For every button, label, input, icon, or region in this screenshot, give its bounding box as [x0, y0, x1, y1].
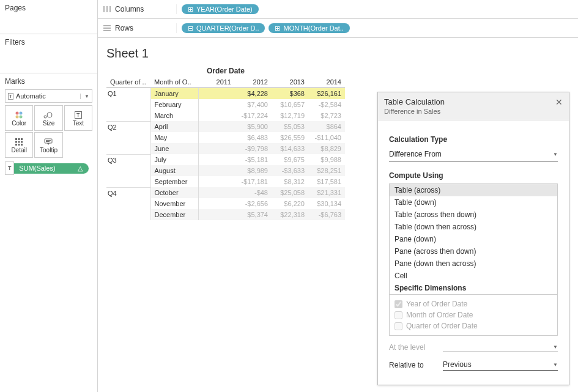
value-cell[interactable]: [198, 99, 235, 110]
value-cell[interactable]: $7,400: [235, 99, 272, 110]
value-cell[interactable]: $4,228: [235, 88, 272, 100]
value-cell[interactable]: $10,657: [272, 99, 308, 110]
quarter-cell[interactable]: Q2: [106, 121, 150, 154]
compute-option[interactable]: Pane (down then across): [390, 257, 557, 270]
value-cell[interactable]: $30,134: [308, 198, 345, 209]
value-cell[interactable]: -$2,656: [235, 198, 272, 209]
compute-option[interactable]: Table (down then across): [390, 221, 557, 233]
value-cell[interactable]: $6,483: [235, 132, 272, 143]
value-cell[interactable]: $5,053: [272, 121, 308, 132]
value-cell[interactable]: -$17,181: [235, 176, 272, 187]
month-cell[interactable]: May: [150, 132, 198, 143]
value-cell[interactable]: [198, 121, 235, 132]
value-cell[interactable]: [198, 110, 235, 121]
table-row[interactable]: Q4October-$48$25,058$21,331: [106, 187, 345, 198]
value-cell[interactable]: $8,989: [235, 165, 272, 176]
value-cell[interactable]: [198, 88, 235, 100]
value-cell[interactable]: -$17,224: [235, 110, 272, 121]
value-cell[interactable]: $28,251: [308, 165, 345, 176]
value-cell[interactable]: $26,161: [308, 88, 345, 100]
value-cell[interactable]: -$6,763: [308, 209, 345, 220]
value-cell[interactable]: $22,318: [272, 209, 308, 220]
calc-type-dropdown[interactable]: Difference From ▼: [389, 147, 558, 161]
value-cell[interactable]: [198, 143, 235, 154]
compute-option[interactable]: Specific Dimensions: [390, 282, 557, 294]
value-cell[interactable]: -$5,181: [235, 154, 272, 165]
value-cell[interactable]: [198, 176, 235, 187]
marks-tooltip-button[interactable]: Tooltip: [34, 132, 62, 158]
sheet-title[interactable]: Sheet 1: [106, 46, 569, 61]
value-cell[interactable]: $8,312: [272, 176, 308, 187]
col-quarter[interactable]: Quarter of ..: [106, 76, 150, 88]
compute-option[interactable]: Table (across): [390, 184, 557, 196]
columns-pill-year[interactable]: ⊞ YEAR(Order Date): [182, 4, 259, 14]
value-cell[interactable]: $25,058: [272, 187, 308, 198]
quarter-cell[interactable]: Q3: [106, 154, 150, 187]
month-cell[interactable]: November: [150, 198, 198, 209]
compute-option[interactable]: Table (across then down): [390, 209, 557, 221]
marks-text-button[interactable]: T Text: [64, 105, 92, 131]
month-cell[interactable]: June: [150, 143, 198, 154]
month-cell[interactable]: September: [150, 176, 198, 187]
compute-option[interactable]: Pane (down): [390, 233, 557, 245]
value-cell[interactable]: $2,723: [308, 110, 345, 121]
col-month[interactable]: Month of O..: [150, 76, 198, 88]
columns-shelf[interactable]: ⊞ YEAR(Order Date): [176, 4, 573, 14]
value-cell[interactable]: -$2,584: [308, 99, 345, 110]
compute-option[interactable]: Table (down): [390, 196, 557, 209]
close-icon[interactable]: ✕: [555, 97, 563, 107]
month-cell[interactable]: August: [150, 165, 198, 176]
table-row[interactable]: Q1January$4,228$368$26,161: [106, 88, 345, 100]
table-row[interactable]: Q3July-$5,181$9,675$9,988: [106, 154, 345, 165]
value-cell[interactable]: [198, 209, 235, 220]
value-cell[interactable]: $26,559: [272, 132, 308, 143]
month-cell[interactable]: October: [150, 187, 198, 198]
value-cell[interactable]: [198, 165, 235, 176]
quarter-cell[interactable]: Q4: [106, 187, 150, 220]
quarter-cell[interactable]: Q1: [106, 88, 150, 122]
marks-color-button[interactable]: Color: [5, 105, 33, 131]
value-cell[interactable]: $9,675: [272, 154, 308, 165]
month-cell[interactable]: February: [150, 99, 198, 110]
sum-sales-pill[interactable]: SUM(Sales) △: [14, 163, 89, 174]
value-cell[interactable]: $5,900: [235, 121, 272, 132]
table-row[interactable]: Q2April$5,900$5,053$864: [106, 121, 345, 132]
month-cell[interactable]: April: [150, 121, 198, 132]
crosstab-table[interactable]: Quarter of ..Month of O..201120122013201…: [106, 76, 345, 220]
col-year[interactable]: 2012: [235, 76, 272, 88]
value-cell[interactable]: $8,829: [308, 143, 345, 154]
relative-to-dropdown[interactable]: Previous ▼: [443, 359, 558, 371]
value-cell[interactable]: -$3,633: [272, 165, 308, 176]
value-cell[interactable]: $864: [308, 121, 345, 132]
value-cell[interactable]: $17,581: [308, 176, 345, 187]
rows-pill-month[interactable]: ⊞ MONTH(Order Dat..: [269, 23, 349, 33]
value-cell[interactable]: -$48: [235, 187, 272, 198]
value-cell[interactable]: $9,988: [308, 154, 345, 165]
rows-pill-quarter[interactable]: ⊟ QUARTER(Order D..: [182, 23, 265, 33]
marks-detail-button[interactable]: Detail: [5, 132, 33, 158]
value-cell[interactable]: $368: [272, 88, 308, 100]
month-cell[interactable]: March: [150, 110, 198, 121]
compute-option[interactable]: Pane (across then down): [390, 245, 557, 257]
value-cell[interactable]: $5,374: [235, 209, 272, 220]
month-cell[interactable]: December: [150, 209, 198, 220]
value-cell[interactable]: [198, 154, 235, 165]
col-year[interactable]: 2014: [308, 76, 345, 88]
month-cell[interactable]: January: [150, 88, 198, 100]
value-cell[interactable]: [198, 187, 235, 198]
rows-shelf[interactable]: ⊟ QUARTER(Order D.. ⊞ MONTH(Order Dat..: [176, 23, 573, 33]
value-cell[interactable]: [198, 132, 235, 143]
month-cell[interactable]: July: [150, 154, 198, 165]
value-cell[interactable]: $14,633: [272, 143, 308, 154]
value-cell[interactable]: -$9,798: [235, 143, 272, 154]
value-cell[interactable]: $21,331: [308, 187, 345, 198]
value-cell[interactable]: [198, 198, 235, 209]
value-cell[interactable]: $12,719: [272, 110, 308, 121]
col-year[interactable]: 2013: [272, 76, 308, 88]
compute-option[interactable]: Cell: [390, 270, 557, 282]
value-cell[interactable]: $6,220: [272, 198, 308, 209]
value-cell[interactable]: -$11,040: [308, 132, 345, 143]
marks-type-dropdown[interactable]: T Automatic ▼: [5, 89, 92, 103]
col-year[interactable]: 2011: [198, 76, 235, 88]
marks-size-button[interactable]: Size: [34, 105, 62, 131]
